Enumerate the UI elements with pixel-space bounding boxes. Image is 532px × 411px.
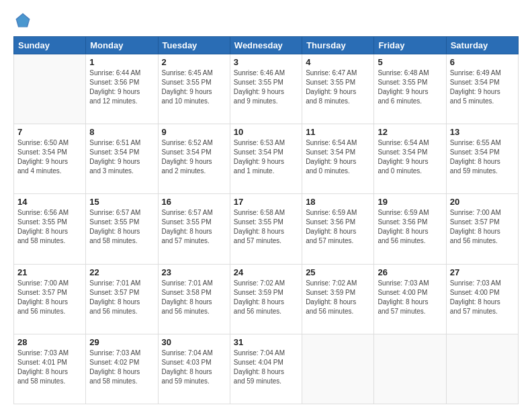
calendar-cell: 12Sunrise: 6:54 AM Sunset: 3:54 PM Dayli… (374, 124, 446, 194)
calendar-cell: 19Sunrise: 6:59 AM Sunset: 3:56 PM Dayli… (374, 194, 446, 264)
day-info: Sunrise: 6:53 AM Sunset: 3:54 PM Dayligh… (234, 138, 298, 176)
calendar-week-row: 14Sunrise: 6:56 AM Sunset: 3:55 PM Dayli… (14, 194, 519, 264)
day-info: Sunrise: 7:01 AM Sunset: 3:57 PM Dayligh… (89, 279, 154, 316)
day-number: 26 (378, 267, 442, 277)
day-info: Sunrise: 7:00 AM Sunset: 3:57 PM Dayligh… (17, 279, 82, 316)
calendar-cell: 29Sunrise: 7:03 AM Sunset: 4:02 PM Dayli… (86, 334, 158, 404)
header (13, 11, 519, 30)
day-info: Sunrise: 6:48 AM Sunset: 3:55 PM Dayligh… (378, 68, 442, 106)
weekday-header-tuesday: Tuesday (158, 37, 230, 54)
calendar-body: 1Sunrise: 6:44 AM Sunset: 3:56 PM Daylig… (14, 54, 519, 404)
day-number: 18 (306, 197, 370, 207)
calendar-cell: 8Sunrise: 6:51 AM Sunset: 3:54 PM Daylig… (86, 124, 158, 194)
day-number: 30 (162, 337, 226, 347)
calendar-week-row: 7Sunrise: 6:50 AM Sunset: 3:54 PM Daylig… (14, 124, 519, 194)
calendar-cell: 9Sunrise: 6:52 AM Sunset: 3:54 PM Daylig… (158, 124, 230, 194)
logo (13, 11, 35, 30)
weekday-header-row: SundayMondayTuesdayWednesdayThursdayFrid… (14, 37, 519, 54)
day-number: 8 (89, 127, 154, 137)
day-number: 28 (17, 337, 82, 347)
day-number: 7 (17, 127, 82, 137)
day-info: Sunrise: 6:56 AM Sunset: 3:55 PM Dayligh… (17, 208, 82, 246)
calendar-cell: 2Sunrise: 6:45 AM Sunset: 3:55 PM Daylig… (158, 54, 230, 124)
day-number: 21 (17, 267, 82, 277)
day-number: 6 (450, 57, 515, 67)
calendar-cell (302, 334, 374, 404)
day-number: 17 (234, 197, 298, 207)
day-info: Sunrise: 7:02 AM Sunset: 3:59 PM Dayligh… (234, 279, 298, 316)
day-number: 10 (234, 127, 298, 137)
day-info: Sunrise: 6:57 AM Sunset: 3:55 PM Dayligh… (89, 208, 154, 246)
calendar-cell: 17Sunrise: 6:58 AM Sunset: 3:55 PM Dayli… (230, 194, 302, 264)
calendar-cell: 10Sunrise: 6:53 AM Sunset: 3:54 PM Dayli… (230, 124, 302, 194)
day-number: 27 (450, 267, 515, 277)
calendar-cell (14, 54, 86, 124)
calendar-cell (446, 334, 518, 404)
day-info: Sunrise: 7:03 AM Sunset: 4:00 PM Dayligh… (450, 279, 515, 316)
page: SundayMondayTuesdayWednesdayThursdayFrid… (0, 0, 532, 411)
day-number: 12 (378, 127, 442, 137)
calendar-cell: 3Sunrise: 6:46 AM Sunset: 3:55 PM Daylig… (230, 54, 302, 124)
calendar-week-row: 1Sunrise: 6:44 AM Sunset: 3:56 PM Daylig… (14, 54, 519, 124)
calendar-cell: 15Sunrise: 6:57 AM Sunset: 3:55 PM Dayli… (86, 194, 158, 264)
calendar-cell: 27Sunrise: 7:03 AM Sunset: 4:00 PM Dayli… (446, 264, 518, 334)
day-info: Sunrise: 6:45 AM Sunset: 3:55 PM Dayligh… (162, 68, 226, 106)
day-number: 13 (450, 127, 515, 137)
day-number: 16 (162, 197, 226, 207)
calendar-cell: 1Sunrise: 6:44 AM Sunset: 3:56 PM Daylig… (86, 54, 158, 124)
calendar-cell: 21Sunrise: 7:00 AM Sunset: 3:57 PM Dayli… (14, 264, 86, 334)
calendar-cell: 28Sunrise: 7:03 AM Sunset: 4:01 PM Dayli… (14, 334, 86, 404)
day-number: 29 (89, 337, 154, 347)
day-info: Sunrise: 6:50 AM Sunset: 3:54 PM Dayligh… (17, 138, 82, 176)
day-info: Sunrise: 7:04 AM Sunset: 4:03 PM Dayligh… (162, 349, 226, 386)
day-info: Sunrise: 6:54 AM Sunset: 3:54 PM Dayligh… (378, 138, 442, 176)
day-info: Sunrise: 7:03 AM Sunset: 4:00 PM Dayligh… (378, 279, 442, 316)
calendar-week-row: 28Sunrise: 7:03 AM Sunset: 4:01 PM Dayli… (14, 334, 519, 404)
day-info: Sunrise: 6:49 AM Sunset: 3:54 PM Dayligh… (450, 68, 515, 106)
day-number: 11 (306, 127, 370, 137)
weekday-header-wednesday: Wednesday (230, 37, 302, 54)
day-info: Sunrise: 7:02 AM Sunset: 3:59 PM Dayligh… (306, 279, 370, 316)
day-number: 24 (234, 267, 298, 277)
day-info: Sunrise: 6:44 AM Sunset: 3:56 PM Dayligh… (89, 68, 154, 106)
calendar-cell: 24Sunrise: 7:02 AM Sunset: 3:59 PM Dayli… (230, 264, 302, 334)
day-number: 22 (89, 267, 154, 277)
calendar-cell: 13Sunrise: 6:55 AM Sunset: 3:54 PM Dayli… (446, 124, 518, 194)
day-info: Sunrise: 6:51 AM Sunset: 3:54 PM Dayligh… (89, 138, 154, 176)
calendar-cell: 16Sunrise: 6:57 AM Sunset: 3:55 PM Dayli… (158, 194, 230, 264)
day-number: 31 (234, 337, 298, 347)
calendar-table: SundayMondayTuesdayWednesdayThursdayFrid… (13, 36, 519, 404)
calendar-cell: 14Sunrise: 6:56 AM Sunset: 3:55 PM Dayli… (14, 194, 86, 264)
day-number: 3 (234, 57, 298, 67)
day-info: Sunrise: 7:03 AM Sunset: 4:02 PM Dayligh… (89, 349, 154, 386)
day-number: 23 (162, 267, 226, 277)
day-number: 1 (89, 57, 154, 67)
day-number: 2 (162, 57, 226, 67)
day-info: Sunrise: 7:03 AM Sunset: 4:01 PM Dayligh… (17, 349, 82, 386)
weekday-header-sunday: Sunday (14, 37, 86, 54)
day-number: 19 (378, 197, 442, 207)
day-number: 15 (89, 197, 154, 207)
calendar-header: SundayMondayTuesdayWednesdayThursdayFrid… (14, 37, 519, 54)
calendar-cell: 26Sunrise: 7:03 AM Sunset: 4:00 PM Dayli… (374, 264, 446, 334)
day-info: Sunrise: 6:59 AM Sunset: 3:56 PM Dayligh… (378, 208, 442, 246)
calendar-cell: 22Sunrise: 7:01 AM Sunset: 3:57 PM Dayli… (86, 264, 158, 334)
weekday-header-thursday: Thursday (302, 37, 374, 54)
day-info: Sunrise: 6:46 AM Sunset: 3:55 PM Dayligh… (234, 68, 298, 106)
calendar-cell: 25Sunrise: 7:02 AM Sunset: 3:59 PM Dayli… (302, 264, 374, 334)
day-info: Sunrise: 6:57 AM Sunset: 3:55 PM Dayligh… (162, 208, 226, 246)
calendar-week-row: 21Sunrise: 7:00 AM Sunset: 3:57 PM Dayli… (14, 264, 519, 334)
calendar-cell: 23Sunrise: 7:01 AM Sunset: 3:58 PM Dayli… (158, 264, 230, 334)
day-info: Sunrise: 7:00 AM Sunset: 3:57 PM Dayligh… (450, 208, 515, 246)
day-number: 5 (378, 57, 442, 67)
calendar-cell: 6Sunrise: 6:49 AM Sunset: 3:54 PM Daylig… (446, 54, 518, 124)
day-info: Sunrise: 6:52 AM Sunset: 3:54 PM Dayligh… (162, 138, 226, 176)
calendar-cell (374, 334, 446, 404)
weekday-header-friday: Friday (374, 37, 446, 54)
day-number: 14 (17, 197, 82, 207)
svg-marker-1 (17, 14, 29, 26)
day-number: 20 (450, 197, 515, 207)
weekday-header-saturday: Saturday (446, 37, 518, 54)
day-info: Sunrise: 7:01 AM Sunset: 3:58 PM Dayligh… (162, 279, 226, 316)
calendar-cell: 30Sunrise: 7:04 AM Sunset: 4:03 PM Dayli… (158, 334, 230, 404)
